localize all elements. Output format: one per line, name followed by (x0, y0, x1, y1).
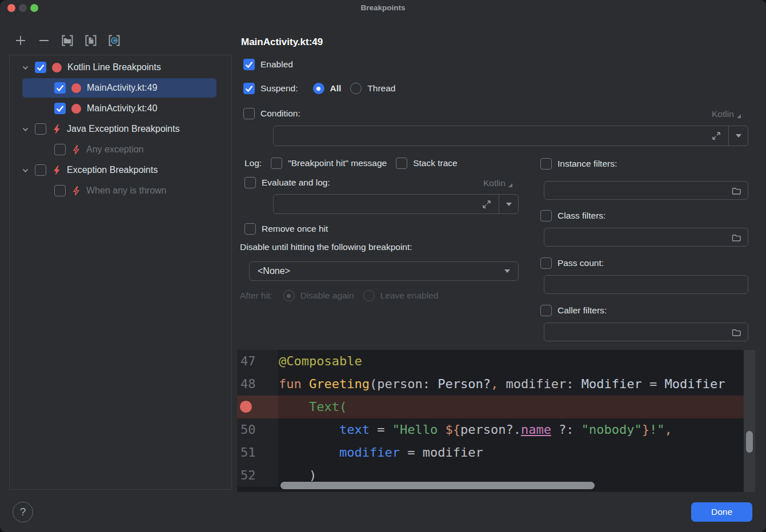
pass-count-checkbox[interactable] (540, 257, 552, 269)
evaluate-checkbox[interactable] (244, 177, 256, 188)
code-text: fun Greeting(person: Person?, modifier: … (278, 373, 725, 396)
class-filters-label: Class filters: (558, 211, 605, 221)
vertical-scrollbar[interactable] (744, 350, 755, 492)
group-folder-icon (61, 34, 74, 47)
chevron-down-icon (504, 269, 510, 273)
tree-item-checkbox[interactable] (35, 123, 46, 135)
group-by-file-button[interactable] (84, 34, 98, 47)
tree-expand-chevron[interactable] (21, 63, 29, 71)
tree-item-label: Any exception (86, 144, 144, 155)
add-breakpoint-button[interactable] (14, 34, 27, 47)
enabled-row: Enabled (243, 59, 293, 70)
instance-filters-checkbox[interactable] (540, 158, 552, 170)
suspend-all-radio[interactable] (313, 83, 324, 94)
stack-trace-checkbox[interactable] (396, 158, 407, 169)
after-hit-label: After hit: (240, 291, 273, 301)
browse-folder-icon[interactable] (731, 185, 742, 196)
exception-breakpoint-icon (52, 124, 61, 135)
evaluate-input[interactable] (273, 194, 519, 214)
tree-item-when-any-is-thrown[interactable]: When any is thrown (10, 180, 231, 201)
tree-item-checkbox[interactable] (35, 62, 46, 73)
check-icon (243, 59, 255, 70)
done-button[interactable]: Done (691, 502, 752, 522)
suspend-label: Suspend: (260, 83, 298, 94)
tree-item-exception-breakpoints[interactable]: Exception Breakpoints (10, 160, 231, 180)
browse-folder-icon[interactable] (731, 327, 742, 338)
evaluate-language-selector[interactable]: Kotlin (483, 178, 512, 188)
caller-filters-input[interactable] (544, 323, 748, 341)
exception-breakpoint-outline-icon (71, 144, 81, 155)
tree-item-any-exception[interactable]: Any exception (10, 139, 231, 160)
enabled-label: Enabled (260, 59, 293, 70)
code-line-49: Text( (237, 396, 755, 418)
tree-item-mainactivity-kt-49[interactable]: MainActivity.kt:49 (10, 78, 231, 98)
breakpoint-dot-icon[interactable] (240, 401, 252, 413)
class-filters-row: Class filters: (540, 210, 605, 221)
help-button[interactable]: ? (13, 502, 33, 522)
condition-language-selector[interactable]: Kotlin (712, 109, 741, 119)
breakpoints-toolbar: C (14, 34, 121, 47)
plus-icon (14, 34, 27, 47)
title-bar: Breakpoints (0, 0, 766, 16)
tree-item-label: Kotlin Line Breakpoints (67, 62, 161, 72)
condition-language-label: Kotlin (712, 109, 734, 119)
suspend-thread-radio[interactable] (350, 83, 362, 94)
code-line-47: 47@Composable (237, 350, 755, 373)
tree-item-checkbox[interactable] (54, 103, 66, 114)
remove-breakpoint-button[interactable] (37, 34, 51, 47)
enabled-checkbox[interactable] (243, 59, 255, 70)
disable-again-radio[interactable] (283, 290, 295, 301)
suspend-all-label: All (330, 83, 342, 94)
tree-item-kotlin-line-breakpoints[interactable]: Kotlin Line Breakpoints (10, 57, 231, 78)
disable-until-combobox[interactable]: <None> (249, 261, 519, 281)
disable-until-label-row: Disable until hitting the following brea… (240, 242, 412, 252)
code-gutter: 48 (237, 373, 278, 396)
class-filters-input[interactable] (544, 228, 748, 247)
condition-row: Condition: (243, 108, 300, 119)
tree-item-checkbox[interactable] (54, 185, 66, 196)
tree-item-checkbox[interactable] (54, 82, 66, 94)
pass-count-input[interactable] (544, 275, 748, 294)
remove-once-checkbox[interactable] (244, 223, 256, 235)
after-hit-row: After hit: Disable again Leave enabled (240, 290, 438, 301)
check-icon (54, 103, 66, 114)
leave-enabled-label: Leave enabled (380, 291, 439, 301)
disable-again-label: Disable again (300, 291, 354, 301)
tree-item-label: MainActivity.kt:49 (87, 83, 157, 93)
code-text: modifier = modifier (278, 441, 483, 464)
check-icon (35, 62, 46, 73)
breakpoint-detail-title: MainActivity.kt:49 (241, 37, 323, 48)
pass-count-label: Pass count: (558, 258, 604, 268)
class-filters-checkbox[interactable] (540, 210, 552, 221)
log-message-checkbox[interactable] (271, 158, 282, 169)
suspend-checkbox[interactable] (243, 83, 255, 94)
tree-item-checkbox[interactable] (54, 144, 66, 155)
tree-expand-chevron[interactable] (21, 125, 29, 133)
browse-folder-icon[interactable] (731, 232, 742, 243)
evaluate-language-label: Kotlin (483, 178, 506, 188)
tree-item-java-exception-breakpoints[interactable]: Java Exception Breakpoints (10, 119, 231, 139)
instance-filters-label: Instance filters: (558, 159, 617, 169)
condition-checkbox[interactable] (243, 108, 255, 119)
leave-enabled-radio[interactable] (363, 290, 375, 301)
horizontal-scrollbar-thumb[interactable] (280, 482, 595, 489)
stack-trace-label: Stack trace (413, 158, 458, 168)
condition-label: Condition: (260, 108, 300, 119)
language-dropdown-icon (737, 114, 741, 118)
window-title: Breakpoints (0, 3, 766, 12)
line-breakpoint-icon (71, 104, 81, 114)
code-line-50: 50 text = "Hello ${person?.name ?: "nobo… (237, 418, 755, 441)
group-by-package-button[interactable] (61, 34, 74, 47)
code-text: text = "Hello ${person?.name ?: "nobody"… (278, 418, 672, 441)
minus-icon (38, 34, 50, 47)
tree-item-checkbox[interactable] (35, 164, 46, 176)
vertical-scrollbar-thumb[interactable] (746, 431, 753, 453)
instance-filters-input[interactable] (544, 181, 748, 200)
caller-filters-checkbox[interactable] (540, 305, 552, 316)
tree-expand-chevron[interactable] (21, 166, 29, 174)
tree-item-label: Exception Breakpoints (67, 165, 158, 175)
check-icon (54, 82, 66, 94)
condition-input[interactable] (273, 126, 748, 146)
group-by-class-button[interactable]: C (107, 34, 121, 47)
tree-item-mainactivity-kt-40[interactable]: MainActivity.kt:40 (10, 98, 231, 119)
